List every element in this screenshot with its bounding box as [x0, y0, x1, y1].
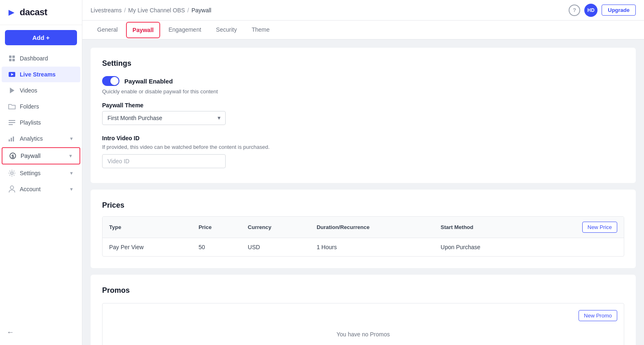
logo-area: ► dacast: [0, 0, 82, 25]
prices-section: Prices Type Price Currency Duration/Recu…: [91, 190, 636, 268]
tab-theme[interactable]: Theme: [245, 21, 276, 39]
paywall-theme-select[interactable]: First Month Purchase Pay Per View Subscr…: [102, 111, 226, 125]
svg-rect-0: [9, 56, 12, 58]
svg-rect-1: [12, 56, 15, 58]
intro-video-desc: If provided, this video can be watched b…: [102, 144, 624, 150]
intro-video-input[interactable]: [102, 154, 226, 168]
sidebar-item-live-streams[interactable]: Live Streams: [2, 67, 80, 82]
analytics-icon: [8, 135, 16, 142]
tab-general[interactable]: General: [91, 21, 124, 39]
paywall-enabled-desc: Quickly enable or disable paywall for th…: [102, 88, 624, 95]
paywall-chevron-icon: ▼: [68, 153, 73, 158]
col-duration: Duration/Recurrence: [310, 217, 434, 238]
sidebar-item-analytics-label: Analytics: [20, 135, 43, 142]
svg-rect-12: [13, 137, 14, 141]
tab-security[interactable]: Security: [210, 21, 244, 39]
content-area: Settings Paywall Enabled Quickly enable …: [82, 39, 644, 345]
prices-table-container: Type Price Currency Duration/Recurrence …: [102, 216, 624, 257]
promos-box-header: New Promo: [109, 310, 617, 321]
svg-rect-10: [9, 139, 10, 141]
paywall-enabled-label: Paywall Enabled: [124, 78, 173, 85]
main-content: Livestreams / My Live Channel OBS / Payw…: [82, 0, 644, 345]
help-button[interactable]: ?: [569, 5, 580, 16]
avatar[interactable]: HD: [584, 4, 597, 17]
sidebar-item-account-label: Account: [20, 186, 41, 192]
sidebar-nav: Dashboard Live Streams Videos: [0, 50, 82, 197]
svg-rect-2: [9, 59, 12, 61]
svg-text:$: $: [12, 154, 14, 159]
sidebar-item-playlists-label: Playlists: [20, 119, 41, 126]
logo-icon: ►: [7, 7, 16, 18]
sidebar: ► dacast Add + Dashboard: [0, 0, 82, 345]
cell-duration: 1 Hours: [310, 238, 434, 257]
live-streams-icon: [8, 71, 16, 78]
svg-rect-3: [12, 59, 15, 61]
paywall-enabled-toggle[interactable]: [102, 76, 119, 86]
svg-point-17: [10, 186, 14, 189]
sidebar-item-settings[interactable]: Settings ▼: [2, 165, 80, 181]
logo-text: dacast: [20, 7, 47, 18]
back-arrow-icon[interactable]: ←: [5, 326, 16, 338]
col-type: Type: [103, 217, 192, 238]
topbar: Livestreams / My Live Channel OBS / Payw…: [82, 0, 644, 21]
paywall-theme-select-wrapper: First Month Purchase Pay Per View Subscr…: [102, 111, 226, 125]
svg-rect-11: [11, 138, 12, 141]
sidebar-item-folders[interactable]: Folders: [2, 99, 80, 114]
prices-table-header-row: Type Price Currency Duration/Recurrence …: [103, 217, 624, 238]
intro-video-label: Intro Video ID: [102, 135, 624, 141]
paywall-icon: $: [9, 152, 16, 160]
cell-price: 50: [192, 238, 241, 257]
add-button[interactable]: Add +: [5, 30, 77, 45]
breadcrumb-item-3: Paywall: [191, 7, 211, 14]
sidebar-item-playlists[interactable]: Playlists: [2, 115, 80, 130]
svg-point-16: [11, 172, 13, 174]
sidebar-item-videos-label: Videos: [20, 87, 37, 94]
sidebar-item-videos[interactable]: Videos: [2, 83, 80, 98]
col-start-method: Start Method: [434, 217, 533, 238]
settings-card: Settings Paywall Enabled Quickly enable …: [91, 48, 636, 183]
cell-action: [533, 238, 624, 257]
promos-box: New Promo You have no Promos: [102, 303, 624, 345]
col-currency: Currency: [241, 217, 310, 238]
prices-title: Prices: [102, 201, 124, 210]
breadcrumb-sep-1: /: [124, 7, 126, 14]
sidebar-item-settings-label: Settings: [20, 170, 41, 176]
account-chevron-icon: ▼: [69, 187, 74, 192]
promos-title: Promos: [102, 286, 624, 295]
sidebar-item-account[interactable]: Account ▼: [2, 181, 80, 197]
sidebar-item-live-streams-label: Live Streams: [20, 71, 56, 78]
breadcrumb-item-2[interactable]: My Live Channel OBS: [128, 7, 185, 14]
cell-start-method: Upon Purchase: [434, 238, 533, 257]
svg-marker-6: [10, 88, 14, 93]
tab-engagement[interactable]: Engagement: [162, 21, 208, 39]
table-row: Pay Per View 50 USD 1 Hours Upon Purchas…: [103, 238, 624, 257]
playlists-icon: [8, 119, 16, 126]
paywall-enabled-row: Paywall Enabled: [102, 76, 624, 86]
sidebar-item-folders-label: Folders: [20, 103, 39, 110]
no-promos-message: You have no Promos: [109, 324, 617, 344]
breadcrumb: Livestreams / My Live Channel OBS / Payw…: [91, 7, 211, 14]
col-price: Price: [192, 217, 241, 238]
tabs-bar: General Paywall Engagement Security Them…: [82, 21, 644, 39]
sidebar-item-dashboard-label: Dashboard: [20, 55, 48, 62]
paywall-theme-label: Paywall Theme: [102, 102, 624, 109]
prices-header: Prices: [102, 201, 624, 210]
grid-icon: [8, 55, 16, 62]
sidebar-bottom: ←: [0, 326, 82, 338]
settings-icon: [8, 169, 16, 177]
sidebar-item-paywall[interactable]: $ Paywall ▼: [2, 147, 80, 164]
settings-title: Settings: [102, 59, 624, 68]
new-promo-button[interactable]: New Promo: [579, 310, 617, 321]
new-price-button[interactable]: New Price: [582, 222, 617, 233]
svg-rect-13: [15, 136, 15, 141]
account-icon: [8, 185, 16, 193]
tab-paywall[interactable]: Paywall: [126, 22, 160, 38]
sidebar-item-analytics[interactable]: Analytics ▼: [2, 131, 80, 146]
col-action: New Price: [533, 217, 624, 238]
prices-table: Type Price Currency Duration/Recurrence …: [103, 217, 624, 256]
upgrade-button[interactable]: Upgrade: [602, 5, 636, 16]
promos-section: Promos New Promo You have no Promos: [91, 275, 636, 345]
sidebar-item-dashboard[interactable]: Dashboard: [2, 51, 80, 66]
breadcrumb-item-1[interactable]: Livestreams: [91, 7, 121, 14]
settings-chevron-icon: ▼: [69, 171, 74, 176]
